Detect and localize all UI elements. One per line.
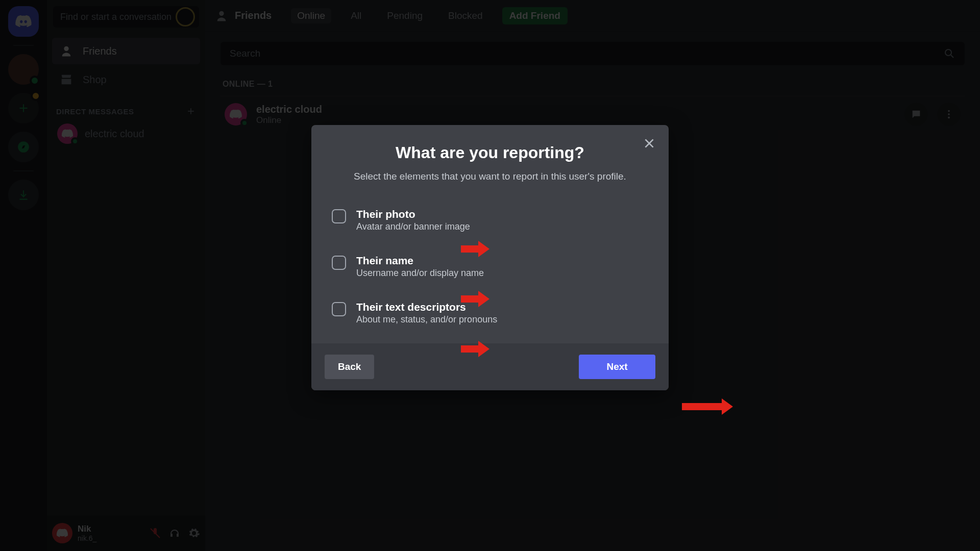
option-photo[interactable]: Their photo Avatar and/or banner image xyxy=(321,197,659,243)
close-icon xyxy=(643,137,656,150)
next-button[interactable]: Next xyxy=(579,355,655,379)
modal-footer: Back Next xyxy=(311,343,669,390)
annotation-arrow xyxy=(461,341,489,357)
checkbox[interactable] xyxy=(332,302,346,316)
annotation-arrow xyxy=(461,291,489,307)
option-title: Their photo xyxy=(356,208,470,220)
option-text-descriptors[interactable]: Their text descriptors About me, status,… xyxy=(321,290,659,336)
modal-subtitle: Select the elements that you want to rep… xyxy=(332,169,648,184)
option-name[interactable]: Their name Username and/or display name xyxy=(321,243,659,290)
back-button[interactable]: Back xyxy=(325,355,374,379)
annotation-arrow xyxy=(682,398,733,415)
option-desc: Username and/or display name xyxy=(356,268,484,279)
annotation-arrow xyxy=(461,241,489,257)
option-desc: About me, status, and/or pronouns xyxy=(356,314,497,325)
report-options: Their photo Avatar and/or banner image T… xyxy=(311,193,669,343)
checkbox[interactable] xyxy=(332,256,346,270)
checkbox[interactable] xyxy=(332,209,346,223)
modal-title: What are you reporting? xyxy=(332,143,648,162)
close-button[interactable] xyxy=(642,136,656,151)
report-modal: What are you reporting? Select the eleme… xyxy=(311,125,669,390)
option-desc: Avatar and/or banner image xyxy=(356,221,470,232)
